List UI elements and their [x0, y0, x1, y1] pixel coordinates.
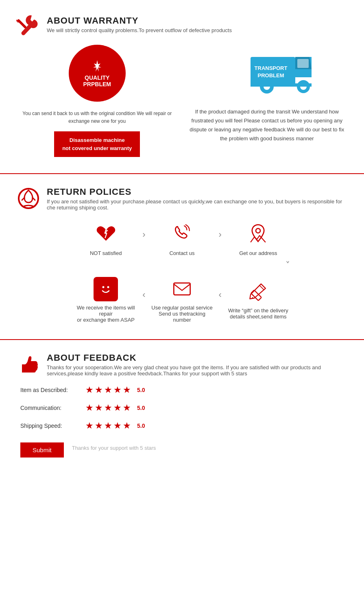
- star-3: ★: [104, 385, 112, 395]
- flow-item-postal: Use regular postal service Send us thetr…: [150, 277, 215, 323]
- flow-label-receive: We receive the items will repair or exch…: [73, 305, 138, 323]
- transport-description: If the product damaged during the transi…: [186, 107, 348, 143]
- return-subtitle: If you are not satisfied with your purch…: [47, 198, 348, 211]
- star-5: ★: [123, 420, 131, 431]
- rating-label-item: Item as Described:: [20, 387, 85, 393]
- warranty-header: ABOUT WARRANTY We will strictly control …: [16, 12, 348, 37]
- svg-text:PROBLEM: PROBLEM: [258, 72, 284, 78]
- star-3: ★: [104, 420, 112, 431]
- submit-button[interactable]: Submit: [20, 442, 64, 458]
- svg-rect-2: [251, 57, 295, 85]
- flow-arrow-4: ‹: [219, 290, 222, 310]
- flow-arrow-3: ‹: [142, 290, 145, 310]
- star-2: ★: [95, 403, 103, 413]
- rating-row-item: Item as Described: ★ ★ ★ ★ ★ 5.0: [20, 385, 348, 395]
- warranty-icon: [16, 12, 41, 37]
- svg-point-14: [107, 286, 109, 288]
- envelope-icon: [171, 277, 193, 301]
- warranty-title-block: ABOUT WARRANTY We will strictly control …: [47, 15, 232, 33]
- flow-item-gift: Write “gift” on the delivery details she…: [226, 280, 291, 320]
- rating-row-ship: Shipping Speed: ★ ★ ★ ★ ★ 5.0: [20, 420, 348, 431]
- flow-item-receive: We receive the items will repair or exch…: [73, 277, 138, 323]
- flow-arrow-down: ˅: [228, 260, 348, 271]
- star-4: ★: [113, 385, 122, 395]
- star-4: ★: [113, 420, 122, 431]
- rating-row-comm: Communication: ★ ★ ★ ★ ★ 5.0: [20, 403, 348, 413]
- warranty-section: ABOUT WARRANTY We will strictly control …: [0, 0, 364, 173]
- rating-label-comm: Communication:: [20, 405, 85, 411]
- transport-col: TRANSPORT PROBLEM If the product damaged…: [186, 45, 348, 143]
- flow-top-row: NOT satisfied › Contact us ›: [16, 223, 348, 256]
- feedback-icon: [16, 352, 41, 377]
- svg-rect-15: [174, 283, 190, 295]
- flow-arrow-1: ›: [142, 229, 145, 250]
- star-1: ★: [85, 385, 94, 395]
- flow-bottom-row: We receive the items will repair or exch…: [16, 277, 348, 323]
- rating-value-comm: 5.0: [137, 405, 145, 411]
- return-header: RETURN POLICES If you are not satisfied …: [16, 186, 348, 211]
- location-icon: [247, 223, 269, 247]
- star-1: ★: [85, 403, 94, 413]
- feedback-content: Item as Described: ★ ★ ★ ★ ★ 5.0 Communi…: [16, 385, 348, 458]
- flow-label-gift: Write “gift” on the delivery details she…: [228, 307, 288, 320]
- star-5: ★: [123, 403, 131, 413]
- rating-value-ship: 5.0: [137, 423, 145, 429]
- stars-ship: ★ ★ ★ ★ ★: [85, 420, 131, 431]
- svg-point-12: [256, 229, 260, 233]
- svg-point-13: [102, 286, 105, 288]
- return-title-block: RETURN POLICES If you are not satisfied …: [47, 187, 348, 211]
- quality-label1: QUALITY: [85, 74, 109, 81]
- svg-rect-10: [251, 83, 312, 87]
- return-icon: [16, 186, 41, 211]
- flow-label-postal: Use regular postal service Send us thetr…: [150, 305, 215, 323]
- star-2: ★: [95, 420, 103, 431]
- flow-item-not-satisfied: NOT satisfied: [73, 223, 138, 256]
- phone-icon: [171, 223, 193, 247]
- svg-rect-0: [17, 19, 27, 28]
- feedback-title: ABOUT FEEDBACK: [47, 353, 348, 363]
- feedback-section: ABOUT FEEDBACK Thanks for your sooperati…: [0, 340, 364, 474]
- svg-rect-3: [297, 59, 309, 68]
- flow-label-contact: Contact us: [169, 250, 194, 256]
- star-1: ★: [85, 420, 94, 431]
- star-4: ★: [113, 403, 122, 413]
- flow-item-address: Get our address: [226, 223, 291, 256]
- broken-heart-icon: [95, 223, 117, 247]
- disassemble-warning-button[interactable]: Disassemble machine not covered under wa…: [54, 131, 140, 157]
- star-3: ★: [104, 403, 112, 413]
- return-flow: NOT satisfied › Contact us ›: [16, 223, 348, 323]
- feedback-header: ABOUT FEEDBACK Thanks for your sooperati…: [16, 352, 348, 377]
- flow-label-not-satisfied: NOT satisfied: [90, 250, 122, 256]
- submit-hint: Thanks for your support with 5 stars: [72, 445, 156, 451]
- smiley-red-icon: [94, 277, 118, 301]
- submit-row: Submit Thanks for your support with 5 st…: [16, 438, 348, 458]
- flow-item-contact: Contact us: [150, 223, 215, 256]
- flow-arrow-2: ›: [219, 229, 222, 250]
- warranty-subtitle: We will strictly control quality problem…: [47, 27, 232, 33]
- transport-icon: TRANSPORT PROBLEM: [222, 45, 312, 99]
- quality-col: QUALITY PRPBLEM You can send it back to …: [16, 45, 178, 157]
- stars-comm: ★ ★ ★ ★ ★: [85, 403, 131, 413]
- rating-table: Item as Described: ★ ★ ★ ★ ★ 5.0 Communi…: [20, 385, 348, 431]
- pencil-icon: [247, 280, 269, 304]
- quality-description: You can send it back to us with the orig…: [16, 110, 178, 125]
- return-section: RETURN POLICES If you are not satisfied …: [0, 174, 364, 339]
- flow-label-address: Get our address: [239, 250, 277, 256]
- warranty-title: ABOUT WARRANTY: [47, 15, 232, 26]
- svg-text:TRANSPORT: TRANSPORT: [255, 65, 288, 71]
- stars-item: ★ ★ ★ ★ ★: [85, 385, 131, 395]
- star-2: ★: [95, 385, 103, 395]
- svg-rect-16: [251, 290, 262, 301]
- quality-label2: PRPBLEM: [83, 81, 111, 87]
- red-smiley-box: [94, 277, 118, 301]
- star-5: ★: [123, 385, 131, 395]
- quality-circle: QUALITY PRPBLEM: [69, 45, 126, 102]
- rating-label-ship: Shipping Speed:: [20, 423, 85, 429]
- feedback-subtitle: Thanks for your sooperation.We are very …: [47, 364, 348, 377]
- warranty-content: QUALITY PRPBLEM You can send it back to …: [16, 45, 348, 157]
- rating-value-item: 5.0: [137, 387, 145, 393]
- return-title: RETURN POLICES: [47, 187, 348, 197]
- feedback-title-block: ABOUT FEEDBACK Thanks for your sooperati…: [47, 353, 348, 377]
